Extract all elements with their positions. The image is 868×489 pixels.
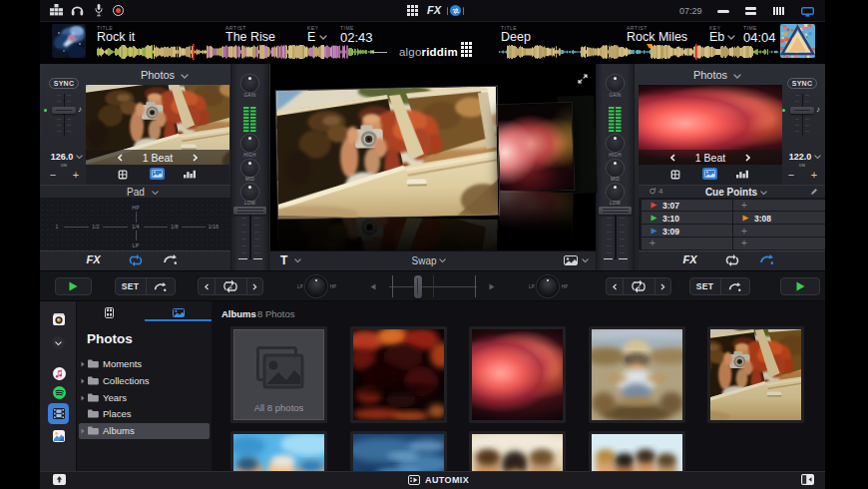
svg-text:4: 4 <box>637 284 640 290</box>
svg-text:4: 4 <box>228 284 231 290</box>
